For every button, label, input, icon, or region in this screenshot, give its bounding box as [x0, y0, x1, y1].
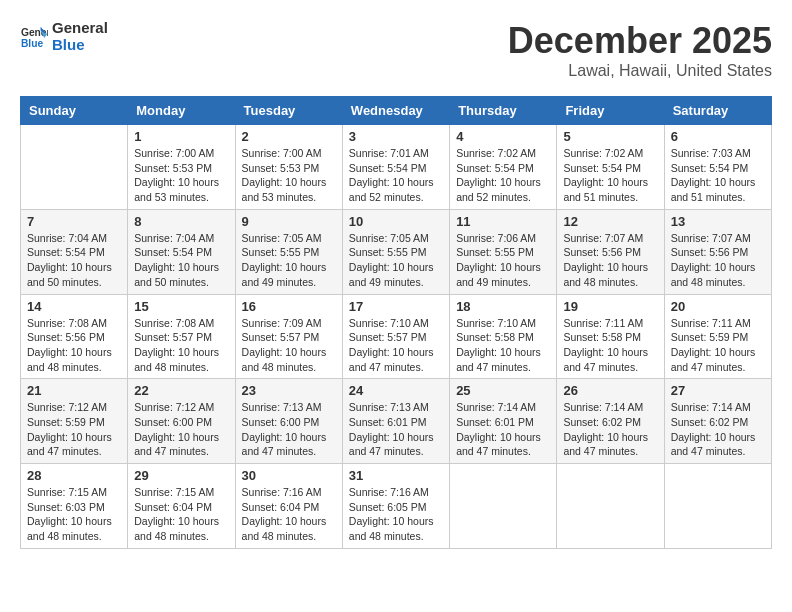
day-number: 15 [134, 299, 228, 314]
calendar-week-row: 7Sunrise: 7:04 AMSunset: 5:54 PMDaylight… [21, 209, 772, 294]
day-number: 21 [27, 383, 121, 398]
day-info: Sunrise: 7:02 AMSunset: 5:54 PMDaylight:… [456, 146, 550, 205]
calendar-day-cell: 20Sunrise: 7:11 AMSunset: 5:59 PMDayligh… [664, 294, 771, 379]
day-info: Sunrise: 7:15 AMSunset: 6:04 PMDaylight:… [134, 485, 228, 544]
day-number: 6 [671, 129, 765, 144]
day-number: 7 [27, 214, 121, 229]
day-info: Sunrise: 7:11 AMSunset: 5:59 PMDaylight:… [671, 316, 765, 375]
day-number: 4 [456, 129, 550, 144]
weekday-header-saturday: Saturday [664, 97, 771, 125]
month-title: December 2025 [508, 20, 772, 62]
title-area: December 2025 Lawai, Hawaii, United Stat… [508, 20, 772, 80]
calendar-day-cell: 31Sunrise: 7:16 AMSunset: 6:05 PMDayligh… [342, 464, 449, 549]
day-number: 10 [349, 214, 443, 229]
calendar-day-cell: 29Sunrise: 7:15 AMSunset: 6:04 PMDayligh… [128, 464, 235, 549]
calendar-day-cell: 4Sunrise: 7:02 AMSunset: 5:54 PMDaylight… [450, 125, 557, 210]
logo-icon: General Blue [20, 23, 48, 51]
weekday-header-row: SundayMondayTuesdayWednesdayThursdayFrid… [21, 97, 772, 125]
calendar-week-row: 28Sunrise: 7:15 AMSunset: 6:03 PMDayligh… [21, 464, 772, 549]
calendar-day-cell: 24Sunrise: 7:13 AMSunset: 6:01 PMDayligh… [342, 379, 449, 464]
calendar-week-row: 14Sunrise: 7:08 AMSunset: 5:56 PMDayligh… [21, 294, 772, 379]
day-info: Sunrise: 7:14 AMSunset: 6:02 PMDaylight:… [671, 400, 765, 459]
day-number: 31 [349, 468, 443, 483]
calendar-day-cell: 28Sunrise: 7:15 AMSunset: 6:03 PMDayligh… [21, 464, 128, 549]
day-info: Sunrise: 7:00 AMSunset: 5:53 PMDaylight:… [134, 146, 228, 205]
calendar-week-row: 1Sunrise: 7:00 AMSunset: 5:53 PMDaylight… [21, 125, 772, 210]
day-number: 3 [349, 129, 443, 144]
calendar-day-cell: 5Sunrise: 7:02 AMSunset: 5:54 PMDaylight… [557, 125, 664, 210]
day-info: Sunrise: 7:03 AMSunset: 5:54 PMDaylight:… [671, 146, 765, 205]
day-info: Sunrise: 7:07 AMSunset: 5:56 PMDaylight:… [671, 231, 765, 290]
day-number: 30 [242, 468, 336, 483]
day-info: Sunrise: 7:11 AMSunset: 5:58 PMDaylight:… [563, 316, 657, 375]
day-number: 17 [349, 299, 443, 314]
day-info: Sunrise: 7:13 AMSunset: 6:00 PMDaylight:… [242, 400, 336, 459]
day-info: Sunrise: 7:05 AMSunset: 5:55 PMDaylight:… [242, 231, 336, 290]
day-info: Sunrise: 7:06 AMSunset: 5:55 PMDaylight:… [456, 231, 550, 290]
calendar-empty-cell [557, 464, 664, 549]
calendar-day-cell: 14Sunrise: 7:08 AMSunset: 5:56 PMDayligh… [21, 294, 128, 379]
day-number: 24 [349, 383, 443, 398]
calendar-day-cell: 12Sunrise: 7:07 AMSunset: 5:56 PMDayligh… [557, 209, 664, 294]
calendar-day-cell: 10Sunrise: 7:05 AMSunset: 5:55 PMDayligh… [342, 209, 449, 294]
day-number: 19 [563, 299, 657, 314]
calendar-day-cell: 1Sunrise: 7:00 AMSunset: 5:53 PMDaylight… [128, 125, 235, 210]
day-number: 12 [563, 214, 657, 229]
day-number: 23 [242, 383, 336, 398]
calendar-day-cell: 25Sunrise: 7:14 AMSunset: 6:01 PMDayligh… [450, 379, 557, 464]
day-info: Sunrise: 7:08 AMSunset: 5:56 PMDaylight:… [27, 316, 121, 375]
calendar-empty-cell [450, 464, 557, 549]
calendar-table: SundayMondayTuesdayWednesdayThursdayFrid… [20, 96, 772, 549]
day-number: 18 [456, 299, 550, 314]
day-info: Sunrise: 7:01 AMSunset: 5:54 PMDaylight:… [349, 146, 443, 205]
logo-general-text: General [52, 20, 108, 37]
day-info: Sunrise: 7:00 AMSunset: 5:53 PMDaylight:… [242, 146, 336, 205]
calendar-day-cell: 21Sunrise: 7:12 AMSunset: 5:59 PMDayligh… [21, 379, 128, 464]
day-info: Sunrise: 7:07 AMSunset: 5:56 PMDaylight:… [563, 231, 657, 290]
day-number: 25 [456, 383, 550, 398]
calendar-week-row: 21Sunrise: 7:12 AMSunset: 5:59 PMDayligh… [21, 379, 772, 464]
day-info: Sunrise: 7:04 AMSunset: 5:54 PMDaylight:… [134, 231, 228, 290]
location-title: Lawai, Hawaii, United States [508, 62, 772, 80]
calendar-day-cell: 2Sunrise: 7:00 AMSunset: 5:53 PMDaylight… [235, 125, 342, 210]
day-number: 29 [134, 468, 228, 483]
day-number: 26 [563, 383, 657, 398]
weekday-header-monday: Monday [128, 97, 235, 125]
day-info: Sunrise: 7:05 AMSunset: 5:55 PMDaylight:… [349, 231, 443, 290]
day-number: 8 [134, 214, 228, 229]
day-number: 5 [563, 129, 657, 144]
day-info: Sunrise: 7:14 AMSunset: 6:01 PMDaylight:… [456, 400, 550, 459]
weekday-header-thursday: Thursday [450, 97, 557, 125]
calendar-day-cell: 3Sunrise: 7:01 AMSunset: 5:54 PMDaylight… [342, 125, 449, 210]
day-info: Sunrise: 7:15 AMSunset: 6:03 PMDaylight:… [27, 485, 121, 544]
calendar-day-cell: 23Sunrise: 7:13 AMSunset: 6:00 PMDayligh… [235, 379, 342, 464]
day-number: 16 [242, 299, 336, 314]
day-number: 1 [134, 129, 228, 144]
calendar-day-cell: 15Sunrise: 7:08 AMSunset: 5:57 PMDayligh… [128, 294, 235, 379]
day-number: 13 [671, 214, 765, 229]
day-number: 20 [671, 299, 765, 314]
day-number: 11 [456, 214, 550, 229]
calendar-day-cell: 22Sunrise: 7:12 AMSunset: 6:00 PMDayligh… [128, 379, 235, 464]
calendar-day-cell: 9Sunrise: 7:05 AMSunset: 5:55 PMDaylight… [235, 209, 342, 294]
weekday-header-friday: Friday [557, 97, 664, 125]
day-info: Sunrise: 7:10 AMSunset: 5:58 PMDaylight:… [456, 316, 550, 375]
day-info: Sunrise: 7:12 AMSunset: 5:59 PMDaylight:… [27, 400, 121, 459]
logo: General Blue General Blue [20, 20, 108, 53]
calendar-day-cell: 8Sunrise: 7:04 AMSunset: 5:54 PMDaylight… [128, 209, 235, 294]
day-number: 14 [27, 299, 121, 314]
weekday-header-sunday: Sunday [21, 97, 128, 125]
day-info: Sunrise: 7:16 AMSunset: 6:05 PMDaylight:… [349, 485, 443, 544]
day-number: 28 [27, 468, 121, 483]
day-info: Sunrise: 7:04 AMSunset: 5:54 PMDaylight:… [27, 231, 121, 290]
calendar-day-cell: 27Sunrise: 7:14 AMSunset: 6:02 PMDayligh… [664, 379, 771, 464]
calendar-day-cell: 6Sunrise: 7:03 AMSunset: 5:54 PMDaylight… [664, 125, 771, 210]
day-number: 27 [671, 383, 765, 398]
page-header: General Blue General Blue December 2025 … [20, 20, 772, 80]
weekday-header-wednesday: Wednesday [342, 97, 449, 125]
svg-text:Blue: Blue [21, 38, 44, 49]
day-info: Sunrise: 7:16 AMSunset: 6:04 PMDaylight:… [242, 485, 336, 544]
calendar-empty-cell [664, 464, 771, 549]
calendar-empty-cell [21, 125, 128, 210]
calendar-day-cell: 17Sunrise: 7:10 AMSunset: 5:57 PMDayligh… [342, 294, 449, 379]
